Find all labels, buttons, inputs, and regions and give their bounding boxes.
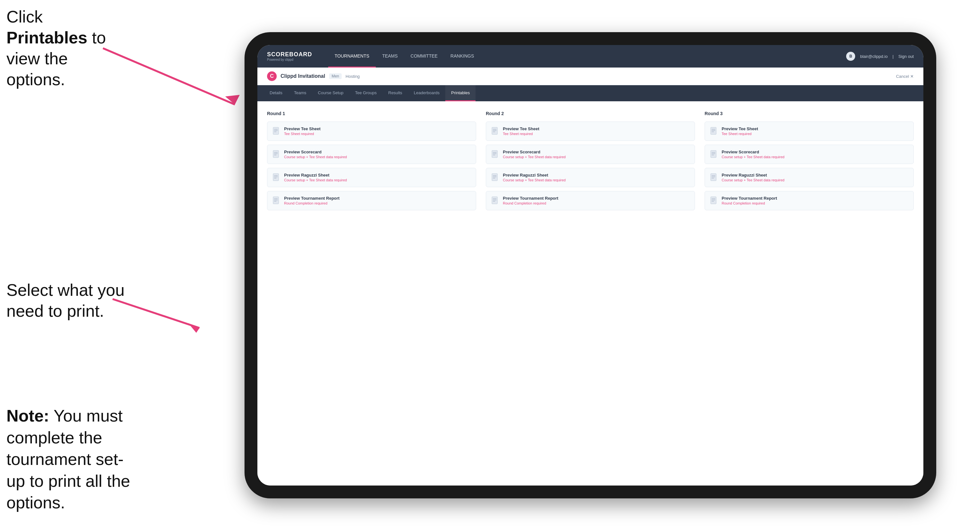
round-3-tee-sheet-card[interactable]: Preview Tee Sheet Tee Sheet required: [705, 122, 914, 141]
top-nav-right: B blair@clippd.io | Sign out: [846, 52, 914, 61]
round-3-raguzzi-card[interactable]: Preview Raguzzi Sheet Course setup + Tee…: [705, 168, 914, 187]
round-3-tournament-report-content: Preview Tournament Report Round Completi…: [722, 196, 777, 205]
round-2-raguzzi-card[interactable]: Preview Raguzzi Sheet Course setup + Tee…: [486, 168, 695, 187]
nav-link-rankings[interactable]: RANKINGS: [444, 45, 480, 68]
round-2-tournament-report-subtitle: Round Completion required: [503, 201, 558, 205]
sub-navigation: Details Teams Course Setup Tee Groups Re…: [258, 85, 923, 101]
round-1-tournament-report-card[interactable]: Preview Tournament Report Round Completi…: [267, 191, 476, 210]
round-1-tournament-report-subtitle: Round Completion required: [284, 201, 339, 205]
svg-rect-44: [711, 174, 716, 181]
round-2-tournament-report-content: Preview Tournament Report Round Completi…: [503, 196, 558, 205]
round-1-raguzzi-card[interactable]: Preview Raguzzi Sheet Course setup + Tee…: [267, 168, 476, 187]
round-3-label: Round 3: [705, 111, 914, 116]
rounds-grid: Round 1 Preview Tee Sheet Tee Sheet requ…: [267, 111, 914, 210]
round-2-tee-sheet-card[interactable]: Preview Tee Sheet Tee Sheet required: [486, 122, 695, 141]
svg-rect-8: [273, 151, 278, 157]
round-1-scorecard-title: Preview Scorecard: [284, 149, 347, 154]
document-icon: [272, 150, 280, 159]
tab-results[interactable]: Results: [383, 85, 408, 101]
round-2-raguzzi-subtitle: Course setup + Tee Sheet data required: [503, 178, 566, 182]
tab-tee-groups[interactable]: Tee Groups: [349, 85, 383, 101]
svg-line-0: [103, 48, 235, 105]
round-2-scorecard-subtitle: Course setup + Tee Sheet data required: [503, 155, 566, 159]
tab-printables[interactable]: Printables: [445, 85, 476, 101]
svg-rect-12: [273, 174, 278, 181]
round-2-scorecard-title: Preview Scorecard: [503, 149, 566, 154]
tournament-name: C Clippd Invitational Men Hosting: [267, 71, 360, 81]
round-3-scorecard-subtitle: Course setup + Tee Sheet data required: [722, 155, 784, 159]
round-1-scorecard-card[interactable]: Preview Scorecard Course setup + Tee She…: [267, 145, 476, 164]
round-1-tournament-report-title: Preview Tournament Report: [284, 196, 339, 201]
svg-marker-1: [225, 95, 240, 105]
round-2-raguzzi-title: Preview Raguzzi Sheet: [503, 173, 566, 178]
round-1-tee-sheet-content: Preview Tee Sheet Tee Sheet required: [284, 126, 320, 136]
round-3-raguzzi-title: Preview Raguzzi Sheet: [722, 173, 784, 178]
round-2-tee-sheet-subtitle: Tee Sheet required: [503, 132, 539, 136]
tournament-logo-icon: C: [267, 71, 277, 81]
tournament-badge: Men: [329, 73, 342, 79]
round-2-tee-sheet-title: Preview Tee Sheet: [503, 126, 539, 131]
note-bold: Note:: [6, 406, 49, 425]
document-icon: [272, 197, 280, 205]
main-content: Round 1 Preview Tee Sheet Tee Sheet requ…: [258, 101, 923, 486]
round-1-tee-sheet-title: Preview Tee Sheet: [284, 126, 320, 131]
sign-out-link[interactable]: Sign out: [898, 54, 914, 59]
logo-text: SCOREBOARD: [267, 51, 312, 58]
document-icon: [491, 173, 499, 182]
svg-rect-36: [711, 127, 716, 134]
svg-rect-24: [492, 151, 497, 157]
svg-rect-48: [711, 197, 716, 204]
top-nav-links: TOURNAMENTS TEAMS COMMITTEE RANKINGS: [328, 45, 846, 68]
svg-rect-20: [492, 127, 497, 134]
round-1-scorecard-content: Preview Scorecard Course setup + Tee She…: [284, 149, 347, 159]
top-navigation: SCOREBOARD Powered by clippd TOURNAMENTS…: [258, 45, 923, 68]
round-1-tee-sheet-card[interactable]: Preview Tee Sheet Tee Sheet required: [267, 122, 476, 141]
round-3-raguzzi-subtitle: Course setup + Tee Sheet data required: [722, 178, 784, 182]
annotation-middle: Select what you need to print.: [6, 280, 129, 322]
round-1-raguzzi-subtitle: Course setup + Tee Sheet data required: [284, 178, 347, 182]
annotation-top: Click Printables to view the options.: [6, 6, 119, 90]
round-3-column: Round 3 Preview Tee Sheet Tee Sheet requ…: [705, 111, 914, 210]
user-email: blair@clippd.io: [860, 54, 887, 59]
round-1-label: Round 1: [267, 111, 476, 116]
document-icon: [491, 127, 499, 136]
logo-sub: Powered by clippd: [267, 58, 312, 62]
tab-details[interactable]: Details: [264, 85, 288, 101]
tablet-screen: SCOREBOARD Powered by clippd TOURNAMENTS…: [258, 45, 923, 486]
round-1-raguzzi-title: Preview Raguzzi Sheet: [284, 173, 347, 178]
round-2-column: Round 2 Preview Tee Sheet Tee Sheet requ…: [486, 111, 695, 210]
round-2-scorecard-card[interactable]: Preview Scorecard Course setup + Tee She…: [486, 145, 695, 164]
tournament-status: Hosting: [345, 74, 360, 79]
round-3-scorecard-content: Preview Scorecard Course setup + Tee She…: [722, 149, 784, 159]
round-3-tee-sheet-title: Preview Tee Sheet: [722, 126, 758, 131]
svg-rect-32: [492, 197, 497, 204]
round-2-tournament-report-card[interactable]: Preview Tournament Report Round Completi…: [486, 191, 695, 210]
round-3-scorecard-card[interactable]: Preview Scorecard Course setup + Tee She…: [705, 145, 914, 164]
round-3-tournament-report-card[interactable]: Preview Tournament Report Round Completi…: [705, 191, 914, 210]
nav-link-committee[interactable]: COMMITTEE: [404, 45, 444, 68]
round-2-raguzzi-content: Preview Raguzzi Sheet Course setup + Tee…: [503, 173, 566, 182]
svg-rect-4: [273, 127, 278, 134]
document-icon: [272, 173, 280, 182]
round-3-tournament-report-subtitle: Round Completion required: [722, 201, 777, 205]
round-1-raguzzi-content: Preview Raguzzi Sheet Course setup + Tee…: [284, 173, 347, 182]
document-icon: [491, 197, 499, 205]
svg-marker-3: [188, 323, 199, 333]
round-3-tournament-report-title: Preview Tournament Report: [722, 196, 777, 201]
document-icon: [710, 127, 718, 136]
tab-course-setup[interactable]: Course Setup: [312, 85, 349, 101]
document-icon: [491, 150, 499, 159]
round-1-tee-sheet-subtitle: Tee Sheet required: [284, 132, 320, 136]
user-avatar: B: [846, 52, 855, 61]
cancel-button[interactable]: Cancel ✕: [896, 74, 914, 79]
round-1-scorecard-subtitle: Course setup + Tee Sheet data required: [284, 155, 347, 159]
svg-rect-16: [273, 197, 278, 204]
round-3-tee-sheet-content: Preview Tee Sheet Tee Sheet required: [722, 126, 758, 136]
nav-link-tournaments[interactable]: TOURNAMENTS: [328, 45, 376, 68]
round-2-label: Round 2: [486, 111, 695, 116]
tablet-device: SCOREBOARD Powered by clippd TOURNAMENTS…: [245, 32, 936, 498]
tab-teams[interactable]: Teams: [288, 85, 312, 101]
round-2-scorecard-content: Preview Scorecard Course setup + Tee She…: [503, 149, 566, 159]
nav-link-teams[interactable]: TEAMS: [376, 45, 404, 68]
tab-leaderboards[interactable]: Leaderboards: [408, 85, 445, 101]
